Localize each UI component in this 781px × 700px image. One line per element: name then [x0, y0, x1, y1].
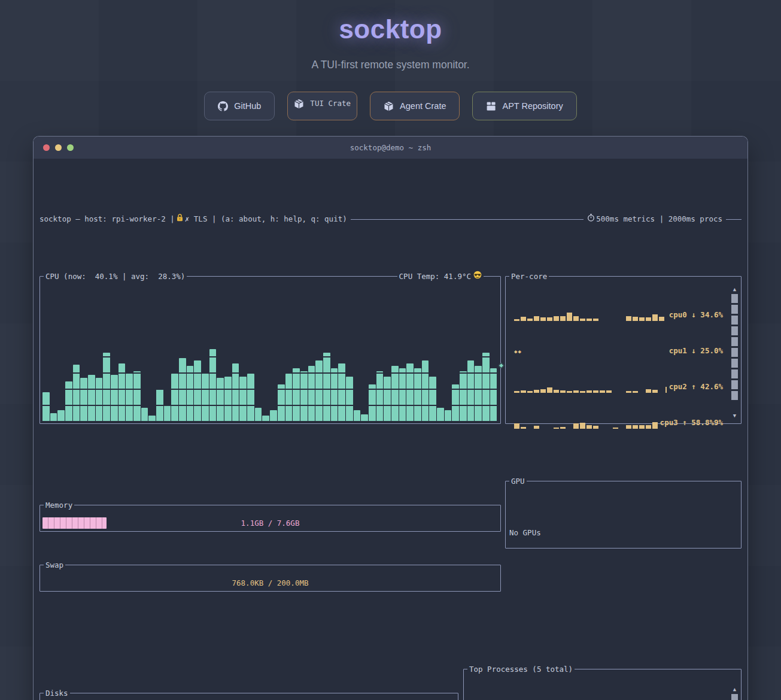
cpu-temp-text: CPU Temp: 41.9°C — [399, 271, 471, 283]
terminal-titlebar: socktop@demo ~ zsh — [34, 137, 747, 159]
stopwatch-icon — [587, 213, 595, 225]
status-rule — [351, 219, 584, 220]
tui-crate-button[interactable]: TUI Crate — [287, 92, 357, 120]
cpu1-sparkline: ◆◆ — [509, 346, 667, 357]
cpu1-label: cpu1 ↓ 25.0% — [669, 345, 723, 357]
memory-panel-title: Memory — [44, 499, 74, 511]
tui-statusbar: socktop — host: rpi-worker-2 | ✗ TLS | (… — [39, 213, 742, 226]
top-processes-title: Top Processes (5 total) — [467, 663, 575, 675]
swap-panel-title: Swap — [44, 559, 65, 571]
disks-panel: Disks /dev/mmcblk0 59.3GB / 469.2GB (13%… — [39, 693, 458, 700]
sparkline-markers: ◆◆ — [514, 346, 522, 357]
cpu-current-marker — [499, 362, 505, 368]
status-rule-end — [726, 219, 742, 220]
hero-section: socktop A TUI-first remote system monito… — [0, 0, 781, 120]
page-title: socktop — [0, 14, 781, 44]
cpu3-sparkline — [509, 418, 658, 429]
package-icon — [486, 101, 496, 111]
arrow-down-icon: ↓ — [691, 310, 696, 319]
scroll-down-icon[interactable]: ▼ — [733, 413, 736, 419]
github-button-label: GitHub — [234, 101, 261, 111]
memory-gauge: 1.1GB / 7.6GB — [42, 517, 498, 529]
cpu2-label: cpu2 ↑ 42.6% — [669, 381, 723, 393]
memory-gauge-label: 1.1GB / 7.6GB — [42, 517, 498, 529]
lock-icon — [177, 213, 183, 225]
cpu-panel-title: CPU (now: 40.1% | avg: 28.3%) — [44, 271, 187, 283]
swap-gauge: 768.0KB / 200.0MB — [42, 577, 498, 589]
top-processes-panel: Top Processes (5 total) PID Name CPU % •… — [463, 669, 742, 700]
arrow-down-icon: ↓ — [691, 346, 696, 355]
host-status-text: socktop — host: rpi-worker-2 | — [39, 213, 175, 225]
gpu-status-text: No GPUs — [506, 517, 741, 539]
apt-repository-button[interactable]: APT Repository — [472, 92, 576, 120]
arrow-up-icon: ↑ — [691, 382, 696, 391]
crate-icon — [294, 99, 304, 109]
crate-icon — [384, 101, 394, 111]
percore-panel-title: Per-core — [509, 271, 549, 283]
cpu0-label: cpu0 ↓ 34.6% — [669, 309, 723, 321]
swap-gauge-label: 768.0KB / 200.0MB — [42, 577, 498, 589]
page-subtitle: A TUI-first remote system monitor. — [0, 59, 781, 71]
gpu-panel-title: GPU — [509, 475, 527, 487]
percore-rows: cpu0 ↓ 34.6% ◆◆ cpu1 ↓ 25.0% cpu2 ↑ 42.6… — [509, 285, 723, 453]
cpu0-sparkline — [509, 310, 667, 321]
tui-content: socktop — host: rpi-worker-2 | ✗ TLS | (… — [34, 159, 747, 700]
cpu-history-chart — [42, 290, 497, 421]
refresh-rates-text: 500ms metrics | 2000ms procs — [596, 213, 722, 225]
percore-row-cpu2: cpu2 ↑ 42.6% — [509, 381, 723, 393]
tui-crate-button-label: TUI Crate — [310, 98, 351, 110]
memory-panel: Memory 1.1GB / 7.6GB — [39, 505, 501, 532]
scroll-up-icon[interactable]: ▲ — [733, 286, 736, 292]
cpu3-label: cpu3 ↑ 58.8%9% — [660, 417, 723, 429]
github-button[interactable]: GitHub — [204, 92, 275, 120]
percore-scrollbar[interactable]: ▲ ▼ — [731, 286, 738, 419]
minimize-window-button[interactable] — [55, 144, 62, 151]
swap-panel: Swap 768.0KB / 200.0MB — [39, 565, 501, 592]
github-icon — [218, 101, 228, 111]
agent-crate-button-label: Agent Crate — [400, 101, 446, 111]
disks-panel-title: Disks — [44, 687, 70, 699]
percore-row-cpu0: cpu0 ↓ 34.6% — [509, 309, 723, 321]
tls-keys-text: ✗ TLS | (a: about, h: help, q: quit) — [185, 213, 347, 225]
arrow-up-icon: ↑ — [682, 418, 687, 427]
close-window-button[interactable] — [43, 144, 50, 151]
terminal-window: socktop@demo ~ zsh socktop — host: rpi-w… — [33, 136, 748, 700]
cpu-temp-title: CPU Temp: 41.9°C — [397, 271, 484, 283]
traffic-lights — [43, 144, 74, 151]
terminal-title: socktop@demo ~ zsh — [350, 143, 431, 152]
percore-row-cpu3: cpu3 ↑ 58.8%9% — [509, 417, 723, 429]
scroll-up-icon[interactable]: ▲ — [733, 686, 736, 692]
cpu-panel: CPU (now: 40.1% | avg: 28.3%) CPU Temp: … — [39, 276, 501, 424]
gpu-panel: GPU No GPUs — [505, 481, 742, 549]
sunglasses-emoji-icon — [473, 271, 482, 283]
maximize-window-button[interactable] — [67, 144, 74, 151]
percore-scroll-thumb[interactable] — [731, 294, 738, 411]
process-scroll-thumb[interactable] — [731, 694, 738, 700]
process-scrollbar[interactable]: ▲ ▼ — [731, 686, 738, 700]
cpu2-sparkline — [509, 382, 667, 393]
percore-panel: Per-core cpu0 ↓ 34.6% ◆◆ cpu1 ↓ 25.0% cp… — [505, 276, 742, 424]
agent-crate-button[interactable]: Agent Crate — [370, 92, 460, 120]
percore-row-cpu1: ◆◆ cpu1 ↓ 25.0% — [509, 345, 723, 357]
apt-repository-button-label: APT Repository — [502, 101, 563, 111]
process-table: PID Name CPU % • Mem Mem % 7socktop_age0… — [467, 680, 727, 700]
hero-buttons: GitHub TUI Crate Agent Crate APT Reposit… — [0, 92, 781, 120]
